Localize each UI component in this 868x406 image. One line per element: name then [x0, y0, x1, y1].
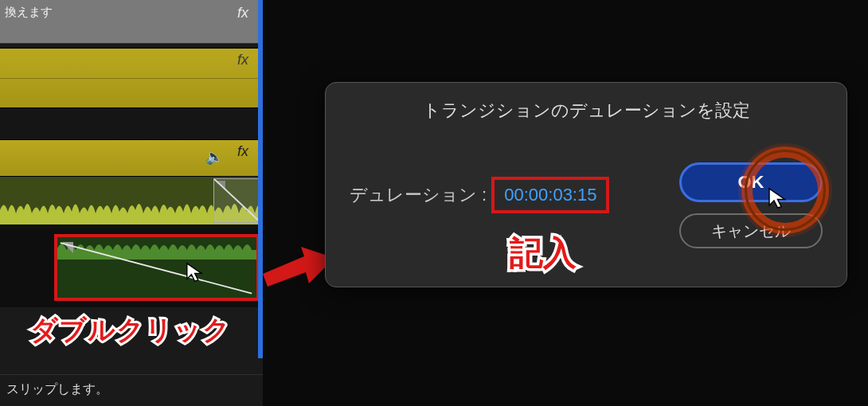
video-track-3[interactable]: 🔈 fx: [0, 140, 263, 177]
transition-diagonal: [57, 237, 256, 298]
video-track-2[interactable]: fx: [0, 48, 263, 108]
fx-icon[interactable]: fx: [237, 52, 248, 68]
svg-line-0: [214, 179, 260, 222]
annotation-double-click: ダブルクリック: [30, 312, 231, 349]
mouse-cursor-icon: [767, 186, 791, 210]
transition-clip-small[interactable]: [213, 178, 261, 223]
transition-clip-highlighted[interactable]: [54, 234, 260, 301]
track-hint-text: 換えます: [5, 5, 53, 20]
dialog-title: トランジションのデュレーションを設定: [326, 83, 846, 131]
duration-input[interactable]: 00:00:03:15: [491, 177, 609, 213]
set-transition-duration-dialog: トランジションのデュレーションを設定 デュレーション : 00:00:03:15…: [325, 82, 847, 287]
audio-track-2-row: [0, 229, 263, 307]
audio-track-1[interactable]: [0, 177, 263, 224]
video-track-1[interactable]: 換えます fx: [0, 0, 263, 44]
track-gap: [0, 108, 263, 140]
mouse-cursor-icon: [185, 261, 207, 283]
duration-label: デュレーション :: [350, 183, 487, 207]
playhead[interactable]: [258, 0, 263, 358]
fx-icon[interactable]: fx: [237, 5, 248, 21]
svg-line-1: [61, 243, 252, 293]
speaker-icon: 🔈: [205, 148, 223, 166]
status-bar-hint: スリップします。: [0, 374, 263, 406]
annotation-arrow-icon: [263, 239, 334, 295]
duration-row: デュレーション : 00:00:03:15: [350, 177, 609, 213]
svg-marker-2: [263, 247, 334, 287]
annotation-enter: 記入: [510, 231, 577, 275]
fx-icon[interactable]: fx: [237, 143, 248, 160]
